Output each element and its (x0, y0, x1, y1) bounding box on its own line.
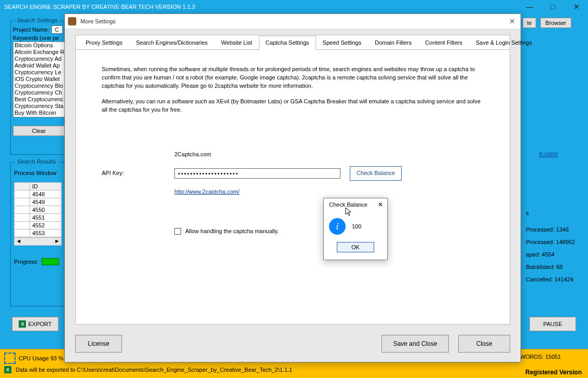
id-header: ID (30, 183, 62, 191)
table-row[interactable]: 4552 (15, 222, 62, 230)
keyword-item[interactable]: Cryptocurrency Ch (13, 89, 64, 96)
check-balance-button[interactable]: Check Balance (350, 166, 402, 181)
balance-dialog-close-button[interactable]: ✕ (378, 201, 383, 208)
tab-proxy-settings[interactable]: Proxy Settings (79, 36, 129, 50)
balance-value: 100 (352, 223, 361, 230)
captcha-paragraph-2: Alternatively, you can run a software su… (102, 98, 484, 114)
progress-bar (42, 258, 59, 265)
modal-titlebar: More Settings ✕ (65, 14, 521, 29)
results-table: ID 4548 4549 4550 4551 4552 4553 (14, 182, 62, 237)
tab-bar: Proxy Settings Search Engines/Dictionari… (76, 35, 510, 50)
project-name-input[interactable] (51, 25, 63, 34)
table-row[interactable]: 4549 (15, 198, 62, 206)
tab-save-login-settings[interactable]: Save & Login Settings (469, 36, 539, 50)
excel-icon: X (19, 320, 26, 328)
balance-ok-button[interactable]: OK (337, 242, 374, 252)
horizontal-scrollbar[interactable]: ◄► (14, 237, 62, 246)
keyword-item[interactable]: Best Cryptocurrenc (13, 96, 64, 103)
keyword-item[interactable]: Cryptocurrency Le (13, 69, 64, 76)
more-settings-modal: More Settings ✕ Proxy Settings Search En… (64, 14, 521, 362)
close-button[interactable]: ✕ (565, 0, 588, 13)
tab-domain-filters[interactable]: Domain Filters (368, 36, 418, 50)
table-row[interactable]: 4548 (15, 191, 62, 198)
keywords-label: Keywords (one pe (13, 35, 59, 41)
cpu-usage-label: CPU Usage 93 % (19, 355, 63, 361)
truncated-button[interactable]: te (523, 18, 536, 28)
captcha-link[interactable]: http://www.2captcha.com/ (174, 188, 239, 196)
tab-content-filters[interactable]: Content Filters (418, 36, 469, 50)
keyword-item[interactable]: Cryptocurrency Ad (13, 56, 64, 62)
api-key-label: API Key: (102, 169, 174, 178)
info-icon: i (329, 218, 346, 235)
search-settings-panel: Search Settings Project Name: Keywords (… (10, 21, 67, 155)
modal-title: More Settings (80, 18, 116, 24)
stats-block: s Processed: 1346 Processed: 148952 aped… (526, 210, 575, 289)
minimize-button[interactable]: — (518, 0, 541, 13)
modal-close-button[interactable]: ✕ (509, 17, 515, 25)
close-button-modal[interactable]: Close (458, 335, 510, 353)
stat-cancelled: Cancelled: 141424 (526, 276, 575, 282)
table-row[interactable]: 4553 (15, 230, 62, 237)
process-window-label: Process Window (14, 170, 64, 176)
stat-blacklisted: Balcklisted: 68 (526, 264, 575, 270)
table-row[interactable]: 4550 (15, 206, 62, 214)
keyword-item[interactable]: iOS Crypto Wallet (13, 76, 64, 83)
manual-captcha-label: Allow handling the captcha manually. (185, 227, 279, 236)
export-button[interactable]: X EXPORT (12, 317, 59, 331)
stats-header-fragment: s (526, 210, 575, 216)
service-name-label: 2Captcha.com (174, 151, 211, 159)
table-row[interactable]: 4551 (15, 214, 62, 222)
words-count-label: WORDS: 15051 (520, 354, 561, 360)
search-settings-title: Search Settings (15, 17, 60, 23)
stat-processed-1: Processed: 1346 (526, 226, 575, 233)
project-name-label: Project Name: (13, 26, 49, 33)
modal-footer: License Save and Close Close (75, 335, 510, 353)
main-titlebar: SEARCH ENGINE SCRAPER BY CREATIVE BEAR T… (0, 0, 588, 13)
tab-speed-settings[interactable]: Speed Settings (316, 36, 368, 50)
pause-button[interactable]: PAUSE (529, 317, 576, 331)
keyword-item[interactable]: Cryptocurrency Blo (13, 83, 64, 89)
check-balance-dialog: Check Balance ✕ i 100 OK (323, 198, 388, 260)
manual-captcha-checkbox[interactable] (174, 228, 181, 235)
cpu-icon (4, 353, 16, 364)
modal-body: Proxy Settings Search Engines/Dictionari… (75, 35, 510, 325)
search-results-panel: Search Results Process Window ID 4548 45… (10, 162, 67, 306)
maximize-button[interactable]: □ (541, 0, 565, 13)
keyword-item[interactable]: Altcoin Exchange R (13, 49, 64, 56)
save-and-close-button[interactable]: Save and Close (381, 335, 449, 353)
license-button[interactable]: License (75, 335, 122, 353)
search-results-title: Search Results (15, 158, 58, 165)
app-title: SEARCH ENGINE SCRAPER BY CREATIVE BEAR T… (4, 4, 195, 10)
captcha-tab-content: Sometimes, when running the software at … (76, 50, 510, 258)
balance-dialog-title: Check Balance (329, 201, 367, 208)
keyword-item[interactable]: Cryptocurrency Sta (13, 103, 64, 110)
browser-button[interactable]: Browser (540, 18, 571, 28)
export-path-label: Data will be exported to C:\Users\creat\… (16, 367, 292, 373)
keyword-item[interactable]: Buy With Bitcoin (13, 110, 64, 116)
registered-version-label: Registered Version (525, 369, 582, 376)
api-key-input[interactable] (174, 168, 340, 179)
tab-website-list[interactable]: Website List (214, 36, 259, 50)
keyword-item[interactable]: Android Wallet Ap (13, 62, 64, 69)
keywords-listbox[interactable]: Bitcoin Options Altcoin Exchange R Crypt… (13, 42, 65, 117)
website-link[interactable]: h.com/ (539, 151, 558, 158)
progress-label: Progress: (14, 259, 38, 265)
stat-aped: aped: 4554 (526, 251, 575, 258)
bear-icon (68, 17, 76, 25)
keyword-item[interactable]: Bitcoin Options (13, 42, 64, 49)
captcha-paragraph-1: Sometimes, when running the software at … (102, 65, 484, 90)
tab-captcha-settings[interactable]: Captcha Settings (259, 36, 316, 50)
stat-processed-2: Processed: 148952 (526, 239, 575, 245)
clear-button[interactable]: Clear (13, 126, 65, 136)
excel-icon: X (4, 366, 11, 373)
tab-search-engines[interactable]: Search Engines/Dictionaries (129, 36, 214, 50)
